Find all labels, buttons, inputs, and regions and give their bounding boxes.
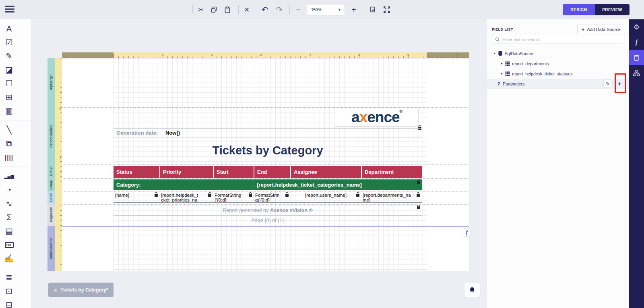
- sparkline-icon[interactable]: ∿: [2, 197, 16, 210]
- category-value-cell[interactable]: [report.helpdesk_ticket_categories_name]: [254, 179, 422, 190]
- add-data-source-button[interactable]: + Add Data Source: [577, 25, 625, 34]
- ruler-number: 0: [60, 107, 61, 111]
- detail-field-cell[interactable]: [report.helpdesk_tcket_priorities_na: [159, 192, 213, 202]
- detail-field-cell[interactable]: [report.departments_name]: [361, 192, 421, 202]
- band-separator: [62, 164, 469, 165]
- chevron-right-icon[interactable]: ▸: [500, 72, 504, 75]
- close-icon[interactable]: ×: [54, 287, 57, 293]
- copy-icon[interactable]: [209, 4, 219, 15]
- pageinfo-icon[interactable]: ▤: [2, 224, 16, 238]
- generation-date-value[interactable]: Now(): [162, 129, 180, 137]
- ruler-tick: [60, 87, 62, 88]
- field-list-tree: ▾SqlDataSource▸report_departments▸report…: [487, 48, 629, 89]
- menu-icon[interactable]: [5, 6, 14, 14]
- undo-icon[interactable]: ↶: [260, 4, 270, 15]
- tree-item-report_departments[interactable]: ▸report_departments: [487, 58, 629, 69]
- zoom-in-icon[interactable]: +: [349, 4, 359, 15]
- column-header-cell[interactable]: Priority: [160, 166, 213, 178]
- barcode-icon[interactable]: ||||: [2, 150, 16, 164]
- validate-icon[interactable]: [367, 4, 378, 15]
- zoom-value: 150%: [307, 8, 338, 12]
- line-icon[interactable]: ╲: [2, 123, 16, 137]
- column-header-cell[interactable]: Start: [214, 166, 254, 178]
- category-label-cell[interactable]: Category:: [114, 179, 254, 190]
- detail-field-cell[interactable]: [name]: [114, 192, 159, 202]
- column-header-cell[interactable]: Department: [362, 166, 422, 178]
- chevron-down-icon[interactable]: ▾: [493, 52, 497, 55]
- band-detail[interactable]: Detail: [47, 191, 55, 204]
- expressions-icon[interactable]: f: [629, 35, 644, 50]
- edit-parameter-button[interactable]: ✎: [603, 79, 611, 87]
- database-icon: [498, 51, 503, 56]
- design-button[interactable]: DESIGN: [563, 4, 595, 15]
- column-header-cell[interactable]: End: [254, 166, 290, 178]
- pdf-content-icon[interactable]: PDF: [2, 238, 16, 252]
- cross-band-box-icon[interactable]: ⊡: [2, 284, 16, 298]
- picturebox-icon[interactable]: ◪: [2, 63, 16, 77]
- character-comb-icon[interactable]: ▥: [2, 104, 16, 118]
- band-pagefoot[interactable]: PageFoot: [47, 204, 55, 226]
- category-group-row[interactable]: Category: [report.helpdesk_ticket_catego…: [114, 179, 422, 190]
- bell-icon: [469, 287, 475, 293]
- report-explorer-icon[interactable]: [629, 65, 644, 81]
- redo-icon[interactable]: ↷: [274, 4, 285, 15]
- toolbar-separator: [255, 5, 255, 14]
- ruler-tick: [60, 221, 62, 221]
- band-group[interactable]: Group: [47, 164, 55, 178]
- properties-gear-icon[interactable]: ⚙: [629, 19, 644, 35]
- generation-date-row[interactable]: Generation date: Now(): [114, 128, 422, 137]
- ruler-tick: [60, 83, 62, 83]
- toolbox-group: ▂▄▆◔∿Σ▤PDF✍: [0, 166, 31, 268]
- chart-icon[interactable]: ▂▄▆: [2, 169, 16, 183]
- band-reportheader1[interactable]: ReportHeader1: [47, 107, 55, 164]
- logo-picture-box[interactable]: axence®: [335, 108, 419, 127]
- detail-field-cell[interactable]: [report.users_name]: [290, 192, 361, 202]
- band-bottommargin[interactable]: BottomMargin: [47, 226, 55, 271]
- delete-icon[interactable]: ✕: [242, 4, 252, 15]
- footer-page-cell[interactable]: Page {0} of {1}: [114, 216, 422, 225]
- paste-icon[interactable]: [222, 4, 233, 15]
- preview-button[interactable]: PREVIEW: [595, 4, 630, 15]
- zoom-out-icon[interactable]: −: [293, 4, 303, 15]
- band-group[interactable]: Group: [47, 178, 55, 191]
- richtext-icon[interactable]: ✎: [2, 49, 16, 63]
- tree-item-sqldatasource[interactable]: ▾SqlDataSource: [487, 48, 629, 58]
- fullscreen-icon[interactable]: [382, 4, 392, 15]
- zoom-select[interactable]: 150% ▼: [307, 4, 345, 15]
- generation-date-label[interactable]: Generation date:: [114, 129, 162, 137]
- ruler-tick: [60, 102, 62, 103]
- search-input[interactable]: [502, 37, 622, 42]
- add-parameter-button[interactable]: +: [615, 79, 623, 87]
- gauge-icon[interactable]: ◔: [2, 183, 16, 197]
- shape-icon[interactable]: ⧉: [2, 137, 16, 150]
- expression-badge[interactable]: f: [463, 228, 471, 237]
- report-title[interactable]: Tickets by Category: [114, 141, 422, 160]
- ruler-tick: [60, 127, 62, 127]
- table-of-contents-icon[interactable]: ≣: [2, 271, 16, 284]
- ruler-tick: [60, 166, 62, 166]
- detail-field-cell[interactable]: FormatString('{0:d}': [254, 192, 290, 202]
- cut-icon[interactable]: ✂: [196, 4, 206, 15]
- tree-item-report_helpdesk_ticket_statuses[interactable]: ▸report_helpdesk_ticket_statuses: [487, 69, 629, 79]
- notifications-button[interactable]: [464, 283, 480, 298]
- ruler-tick: [60, 255, 62, 255]
- column-header-cell[interactable]: Status: [114, 166, 159, 178]
- field-list-icon[interactable]: [629, 50, 644, 65]
- signature-icon[interactable]: ✍: [2, 252, 16, 265]
- footer-generated-cell[interactable]: Report generated by Axence nVision ®: [114, 206, 422, 216]
- tree-item-parameters[interactable]: ?Parameters✎+: [487, 79, 629, 89]
- table-icon[interactable]: ⊞: [2, 90, 16, 104]
- checkbox-icon[interactable]: ☑: [2, 35, 16, 49]
- band-topmargin[interactable]: TopMargin: [47, 58, 55, 107]
- page-break-icon[interactable]: ⊟: [2, 298, 16, 308]
- document-tab[interactable]: × Tickets by Category*: [48, 283, 114, 297]
- label-icon[interactable]: A: [2, 22, 16, 35]
- detail-field-cell[interactable]: FormatString('{0:d}': [213, 192, 254, 202]
- chevron-right-icon[interactable]: ▸: [500, 62, 504, 65]
- ruler-tick: [60, 201, 62, 201]
- panel-icon[interactable]: ☐: [2, 77, 16, 90]
- column-header-cell[interactable]: Assignee: [291, 166, 361, 178]
- ruler-tick: [60, 196, 62, 196]
- summary-icon[interactable]: Σ: [2, 210, 16, 224]
- field-search-box[interactable]: [492, 35, 625, 44]
